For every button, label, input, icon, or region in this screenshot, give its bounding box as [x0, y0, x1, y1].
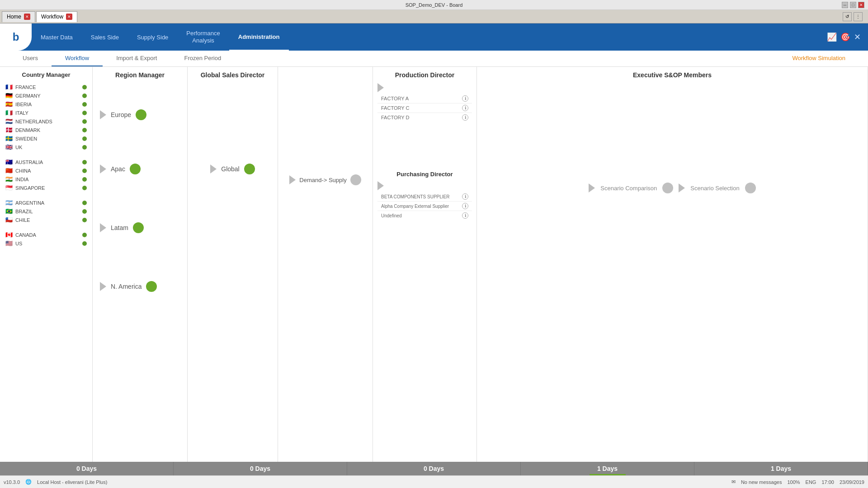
latam-label: Latam [111, 224, 128, 231]
refresh-button[interactable]: ↺ [843, 12, 852, 21]
namerica-arrow [100, 282, 106, 291]
country-australia[interactable]: 🇦🇺 AUSTRALIA [4, 158, 89, 166]
scenario-comparison-arrow [589, 183, 595, 192]
supplier-beta-info[interactable]: ℹ [462, 193, 468, 200]
country-singapore[interactable]: 🇸🇬 SINGAPORE [4, 183, 89, 192]
country-germany[interactable]: 🇩🇪 GERMANY [4, 91, 89, 100]
country-india[interactable]: 🇮🇳 INDIA [4, 175, 89, 183]
namerica-label: N. America [111, 283, 142, 290]
days-country: 0 Days [0, 462, 174, 475]
france-status [82, 85, 87, 89]
country-brazil[interactable]: 🇧🇷 BRAZIL [4, 207, 89, 216]
supplier-alpha[interactable]: Alpha Company External Supplier ℹ [377, 202, 472, 211]
purchasing-arrow-row [377, 181, 472, 190]
country-sweden[interactable]: 🇸🇪 SWEDEN [4, 134, 89, 143]
close-button[interactable]: ✕ [858, 2, 864, 8]
production-arrow-row [377, 83, 472, 92]
country-argentina[interactable]: 🇦🇷 ARGENTINA [4, 198, 89, 207]
country-iberia[interactable]: 🇪🇸 IBERIA [4, 100, 89, 108]
region-europe-row: Europe [93, 106, 187, 124]
supplier-alpha-info[interactable]: ℹ [462, 203, 468, 209]
canada-status [82, 233, 87, 237]
tab-workflow-close[interactable]: ✕ [66, 14, 72, 20]
europe-dot [136, 109, 146, 120]
demand-supply-dot [350, 174, 361, 185]
server-globe-icon: 🌐 [25, 479, 32, 485]
window-title: SOP_Demo_DEV - Board [406, 2, 463, 8]
subnav-users[interactable]: Users [9, 51, 52, 66]
india-status [82, 177, 87, 182]
title-bar-controls[interactable]: ─ □ ✕ [842, 2, 864, 8]
australia-status [82, 160, 87, 164]
date-label: 23/09/2019 [840, 479, 864, 485]
country-netherlands[interactable]: 🇳🇱 NETHERLANDS [4, 117, 89, 126]
namerica-dot [146, 281, 157, 292]
sub-nav: Users Workflow Import & Export Frozen Pe… [0, 51, 868, 67]
supplier-undefined-info[interactable]: ℹ [462, 212, 468, 219]
country-italy[interactable]: 🇮🇹 ITALY [4, 108, 89, 117]
latam-dot [133, 222, 144, 233]
country-china[interactable]: 🇨🇳 CHINA [4, 166, 89, 175]
nav-button[interactable]: ⋮ [854, 12, 863, 21]
latam-arrow [100, 223, 106, 232]
us-status [82, 241, 87, 246]
nav-performance[interactable]: PerformanceAnalysis [177, 23, 229, 51]
nav-administration[interactable]: Administration [229, 23, 289, 51]
status-bar: v10.3.0 🌐 Local Host - eliverani (Lite P… [0, 475, 868, 488]
country-denmark[interactable]: 🇩🇰 DENMARK [4, 126, 89, 134]
version-label: v10.3.0 [4, 479, 20, 485]
scenario-comparison-label: Scenario Comparison [600, 185, 657, 192]
production-column: Production Director FACTORY A ℹ FACTORY … [373, 67, 477, 462]
factory-d-info[interactable]: ℹ [462, 114, 468, 121]
days-production: 1 Days [521, 462, 694, 475]
chart-icon[interactable]: 📈 [827, 32, 837, 42]
sweden-status [82, 136, 87, 141]
country-us[interactable]: 🇺🇸 US [4, 239, 89, 248]
country-chile[interactable]: 🇨🇱 CHILE [4, 216, 89, 224]
subnav-import-export[interactable]: Import & Export [103, 51, 170, 66]
apac-arrow [100, 164, 106, 174]
supplier-beta[interactable]: BETA COMPONENTS SUPPLIER ℹ [377, 192, 472, 202]
factory-a-info[interactable]: ℹ [462, 95, 468, 102]
italy-status [82, 111, 87, 115]
country-canada[interactable]: 🇨🇦 CANADA [4, 230, 89, 239]
subnav-workflow[interactable]: Workflow [52, 51, 103, 66]
country-france[interactable]: 🇫🇷 FRANCE [4, 83, 89, 91]
netherlands-status [82, 119, 87, 124]
factory-a[interactable]: FACTORY A ℹ [377, 94, 472, 103]
tab-bar-right: ↺ ⋮ [843, 12, 866, 21]
scenario-selection-dot [745, 183, 756, 193]
minimize-button[interactable]: ─ [842, 2, 848, 8]
target-icon[interactable]: 🎯 [840, 32, 850, 42]
demand-arrow [289, 175, 296, 184]
scenario-selection-arrow [679, 183, 685, 192]
subnav-frozen-period[interactable]: Frozen Period [170, 51, 235, 66]
title-bar: SOP_Demo_DEV - Board ─ □ ✕ [0, 0, 868, 10]
factory-c-info[interactable]: ℹ [462, 105, 468, 111]
europe-label: Europe [111, 111, 131, 118]
lang-label: ENG [806, 479, 816, 485]
tab-home-close[interactable]: ✕ [24, 14, 30, 20]
close-header-icon[interactable]: ✕ [854, 32, 861, 42]
days-executive: 1 Days [694, 462, 868, 475]
nav-master-data[interactable]: Master Data [32, 23, 82, 51]
global-arrow [210, 164, 217, 174]
scenario-row: Scenario Comparison Scenario Selection [477, 183, 868, 193]
nav-sales-side[interactable]: Sales Side [82, 23, 128, 51]
main-content: Country Manager 🇫🇷 FRANCE 🇩🇪 GERMANY [0, 67, 868, 462]
subnav-workflow-simulation[interactable]: Workflow Simulation [778, 51, 859, 66]
demand-supply-row: Demand-> Supply [278, 171, 373, 189]
region-latam-row: Latam [93, 219, 187, 237]
tab-home[interactable]: Home ✕ [2, 11, 35, 22]
factory-d[interactable]: FACTORY D ℹ [377, 113, 472, 122]
days-global: 0 Days [347, 462, 521, 475]
nav-supply-side[interactable]: Supply Side [128, 23, 177, 51]
country-uk[interactable]: 🇬🇧 UK [4, 143, 89, 151]
region-apac-row: Apac [93, 160, 187, 178]
tab-workflow[interactable]: Workflow ✕ [36, 11, 77, 22]
maximize-button[interactable]: □ [850, 2, 856, 8]
messages-label: No new messages [741, 479, 782, 485]
factory-c[interactable]: FACTORY C ℹ [377, 103, 472, 113]
country-group-namerica: 🇨🇦 CANADA 🇺🇸 US [4, 230, 89, 248]
supplier-undefined[interactable]: Undefined ℹ [377, 211, 472, 220]
